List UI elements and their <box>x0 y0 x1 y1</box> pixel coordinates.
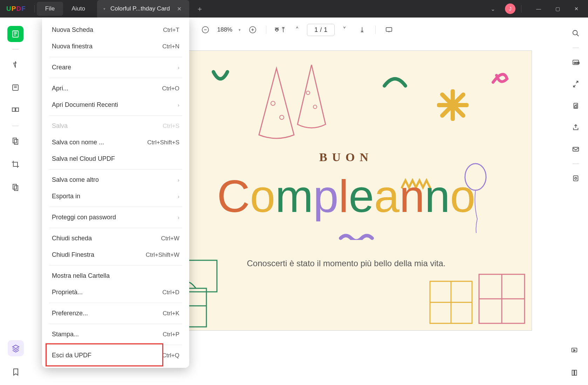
menu-show-folder[interactable]: Mostra nella Cartella <box>42 268 189 284</box>
separator <box>573 164 579 164</box>
page-indicator[interactable]: 1 / 1 <box>307 24 335 36</box>
menu-preferences[interactable]: Preferenze...Ctrl+K <box>42 305 189 322</box>
menu-separator <box>49 265 182 266</box>
svg-rect-2 <box>12 108 15 111</box>
page-tool[interactable] <box>7 103 23 119</box>
edit-text-tool[interactable] <box>7 80 23 96</box>
new-tab-button[interactable]: ＋ <box>189 1 210 17</box>
chevron-right-icon: › <box>178 102 179 108</box>
svg-rect-33 <box>572 370 574 376</box>
next-page-button[interactable]: ˅ <box>337 22 352 37</box>
window-dropdown-icon[interactable]: ⌄ <box>484 2 501 16</box>
bookmark-tool[interactable] <box>8 364 24 380</box>
menu-close-window[interactable]: Chiudi FinestraCtrl+Shift+W <box>42 247 189 263</box>
protect-icon[interactable] <box>568 98 583 113</box>
menu-save: SalvaCtrl+S <box>42 118 189 134</box>
menu-save-other[interactable]: Salva come altro› <box>42 172 189 188</box>
file-menu-dropdown: Nuova SchedaCtrl+T Nuova finestraCtrl+N … <box>42 18 189 368</box>
organize-tool[interactable] <box>7 133 23 149</box>
menu-close-tab[interactable]: Chiudi schedaCtrl+W <box>42 230 189 247</box>
bottom-right-tools <box>567 343 582 380</box>
titlebar: UPDF File Aiuto ▾ Colorful P...thday Car… <box>0 0 588 18</box>
chevron-right-icon: › <box>178 194 179 199</box>
svg-point-12 <box>280 115 284 119</box>
zoom-dropdown-icon[interactable]: ▾ <box>237 28 243 32</box>
prev-page-button[interactable]: ˄ <box>289 22 305 37</box>
zoom-in-button[interactable] <box>245 22 260 37</box>
zoom-value: 188% <box>215 26 234 33</box>
menu-separator <box>49 169 182 170</box>
ocr-icon[interactable]: OCR <box>568 55 583 70</box>
menu-separator <box>49 207 182 207</box>
svg-rect-29 <box>573 147 579 151</box>
maximize-button[interactable]: ▢ <box>549 2 566 15</box>
menu-separator <box>49 324 182 324</box>
menu-protect[interactable]: Proteggi con password› <box>42 209 189 226</box>
comment-tool[interactable] <box>7 56 23 73</box>
menu-new-tab[interactable]: Nuova SchedaCtrl+T <box>42 22 189 38</box>
minimize-button[interactable]: — <box>531 2 547 15</box>
menu-save-as[interactable]: Salva con nome ...Ctrl+Shift+S <box>42 134 189 151</box>
svg-rect-30 <box>574 176 578 181</box>
layers-tool[interactable] <box>8 340 24 356</box>
close-window-button[interactable]: ✕ <box>568 2 584 15</box>
menu-separator <box>49 78 182 78</box>
chevron-right-icon: › <box>178 65 179 70</box>
left-toolbar <box>0 20 31 385</box>
menu-separator <box>49 115 182 116</box>
slideshow-icon[interactable] <box>567 343 582 358</box>
menu-export[interactable]: Esporta in› <box>42 188 189 205</box>
page-current: 1 <box>314 26 318 34</box>
zoom-out-button[interactable] <box>198 22 213 37</box>
card-message: Conoscerti è stato il momento più bello … <box>241 257 451 269</box>
svg-rect-10 <box>386 28 392 32</box>
separator <box>12 126 19 126</box>
menu-separator <box>49 303 182 303</box>
menu-file[interactable]: File <box>37 2 63 16</box>
separator <box>573 48 579 48</box>
svg-point-14 <box>313 105 317 109</box>
menu-help[interactable]: Aiuto <box>63 2 94 16</box>
svg-point-31 <box>575 177 577 179</box>
search-icon[interactable] <box>568 26 583 41</box>
menu-separator <box>49 57 182 57</box>
svg-point-24 <box>573 30 577 35</box>
svg-text:OCR: OCR <box>574 61 580 64</box>
titlebar-right: ⌄ J — ▢ ✕ <box>484 2 588 16</box>
menu-separator <box>49 228 182 228</box>
reader-tool[interactable] <box>7 26 23 42</box>
menu-exit[interactable]: Esci da UPDFCtrl+Q <box>42 347 189 364</box>
page-total: 1 <box>324 26 327 34</box>
separator <box>266 26 266 34</box>
presentation-button[interactable] <box>381 22 397 37</box>
menu-new-window[interactable]: Nuova finestraCtrl+N <box>42 38 189 55</box>
chevron-right-icon: › <box>178 215 179 220</box>
redact-tool[interactable] <box>7 179 23 195</box>
svg-point-11 <box>271 101 275 105</box>
crop-tool[interactable] <box>7 156 23 172</box>
bottom-left-tools <box>8 340 24 380</box>
tab-dropdown-icon[interactable]: ▾ <box>103 7 105 11</box>
menu-open-recent[interactable]: Apri Documenti Recenti› <box>42 97 189 113</box>
compress-icon[interactable] <box>568 77 583 91</box>
card-title-large: Compleanno <box>217 170 475 223</box>
menu-create[interactable]: Creare› <box>42 59 189 76</box>
separator <box>521 5 521 13</box>
last-page-button[interactable]: ⤓ <box>354 22 370 37</box>
card-title-small: BUON <box>319 151 373 164</box>
menu-properties[interactable]: Proprietà...Ctrl+D <box>42 284 189 301</box>
export-icon[interactable] <box>568 171 583 186</box>
menu-separator <box>49 345 182 345</box>
document-tab[interactable]: ▾ Colorful P...thday Card ✕ <box>97 0 189 18</box>
view-mode-icon[interactable] <box>567 365 582 380</box>
user-avatar[interactable]: J <box>505 4 515 14</box>
separator <box>375 26 376 34</box>
menu-print[interactable]: Stampa...Ctrl+P <box>42 326 189 343</box>
email-icon[interactable] <box>568 142 583 157</box>
menu-save-cloud[interactable]: Salva nel Cloud UPDF <box>42 151 189 167</box>
menu-open[interactable]: Apri...Ctrl+O <box>42 80 189 97</box>
tab-title: Colorful P...thday Card <box>110 5 170 12</box>
share-icon[interactable] <box>568 120 583 135</box>
tab-close-icon[interactable]: ✕ <box>175 5 184 13</box>
first-page-button[interactable]: ⤒ <box>272 22 287 37</box>
